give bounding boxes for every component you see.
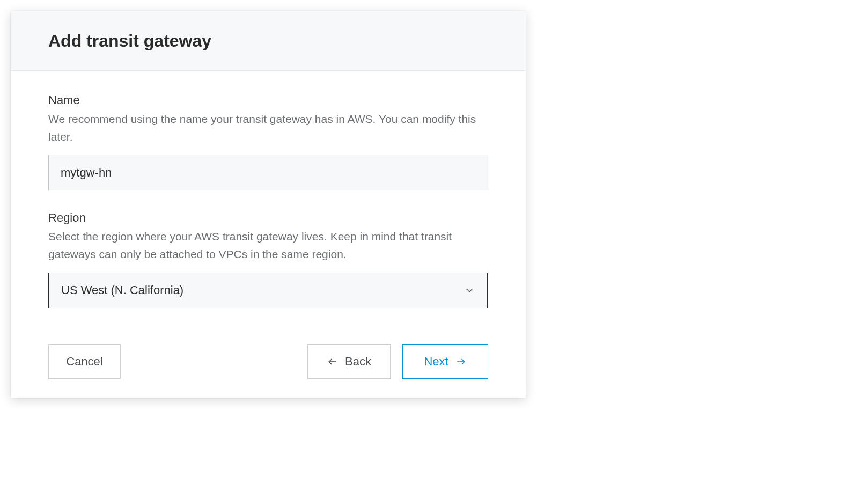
- footer-right-buttons: Back Next: [307, 344, 488, 379]
- back-button-label: Back: [345, 355, 371, 369]
- add-transit-gateway-dialog: Add transit gateway Name We recommend us…: [11, 11, 526, 398]
- name-description: We recommend using the name your transit…: [48, 111, 488, 145]
- chevron-down-icon: [464, 284, 475, 296]
- dialog-body: Name We recommend using the name your tr…: [11, 71, 526, 335]
- arrow-left-icon: [327, 356, 339, 367]
- dialog-footer: Cancel Back Next: [11, 335, 526, 398]
- next-button-label: Next: [424, 355, 448, 369]
- name-label: Name: [48, 93, 488, 107]
- cancel-button[interactable]: Cancel: [48, 344, 121, 379]
- region-select[interactable]: US West (N. California): [48, 273, 488, 308]
- dialog-header: Add transit gateway: [11, 11, 526, 71]
- region-field-group: Region Select the region where your AWS …: [48, 211, 488, 308]
- region-description: Select the region where your AWS transit…: [48, 228, 488, 263]
- name-input[interactable]: [48, 155, 488, 190]
- region-select-wrapper: US West (N. California): [48, 273, 488, 308]
- dialog-title: Add transit gateway: [48, 31, 488, 51]
- next-button[interactable]: Next: [402, 344, 488, 379]
- cancel-button-label: Cancel: [66, 355, 102, 369]
- region-label: Region: [48, 211, 488, 225]
- name-field-group: Name We recommend using the name your tr…: [48, 93, 488, 190]
- arrow-right-icon: [455, 356, 467, 367]
- back-button[interactable]: Back: [307, 344, 391, 379]
- region-selected-value: US West (N. California): [61, 283, 183, 297]
